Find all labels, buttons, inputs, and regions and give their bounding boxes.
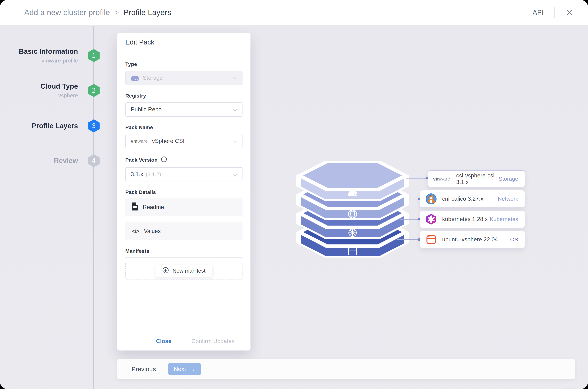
type-select[interactable]: Storage (125, 71, 243, 85)
readme-doc-icon (132, 202, 138, 212)
next-button-label: Next (174, 366, 186, 372)
pack-version-label: Pack Version (125, 156, 243, 164)
layer-card-network[interactable]: cni-calico 3.27.x Network (420, 190, 525, 207)
layer-tag: Storage (499, 176, 518, 182)
breadcrumb-parent[interactable]: Add a new cluster profile (24, 8, 110, 17)
registry-label: Registry (125, 93, 243, 99)
chevron-down-icon (233, 173, 237, 177)
chevron-down-icon (233, 77, 237, 81)
step-title: Cloud Type (9, 82, 78, 90)
vmware-logo: vmware (131, 139, 148, 144)
calico-cat-icon (425, 193, 437, 205)
panel-footer: Close Confirm Updates (117, 332, 251, 351)
connector-network (400, 199, 420, 199)
close-button[interactable]: Close (156, 338, 171, 345)
profile-layer-stack[interactable] (296, 161, 409, 259)
layer-card-os[interactable]: ubuntu-vsphere 22.04 OS (420, 231, 525, 248)
manifests-dropzone: New manifest (125, 262, 243, 280)
layer-tag: Network (498, 196, 518, 202)
next-button[interactable]: Next → (168, 363, 201, 375)
background-line (251, 279, 308, 279)
type-label: Type (125, 61, 243, 67)
step-basic-information[interactable]: Basic Information vmware-profile (9, 48, 78, 64)
chevron-down-icon (233, 140, 237, 144)
layer-card-storage[interactable]: vmware csi-vsphere-csi 3.1.x Storage (428, 170, 525, 187)
storage-drive-icon (131, 74, 139, 82)
wizard-footer-bar: Previous Next → (117, 359, 575, 379)
connector-os (397, 239, 420, 240)
close-icon[interactable] (565, 8, 573, 17)
new-manifest-button[interactable]: New manifest (155, 265, 212, 277)
values-row[interactable]: </> Values (125, 222, 243, 240)
layer-name: kubernetes 1.28.x (442, 216, 488, 223)
code-icon: </> (132, 228, 139, 234)
confirm-updates-button[interactable]: Confirm Updates (192, 338, 234, 345)
type-value: Storage (143, 75, 163, 81)
step-title: Profile Layers (9, 122, 78, 130)
step-profile-layers[interactable]: Profile Layers (9, 122, 78, 130)
step-title: Basic Information (9, 48, 78, 55)
layer-name: ubuntu-vsphere 22.04 (442, 236, 498, 243)
stack-layer-storage (296, 161, 409, 201)
connector-storage (406, 178, 428, 179)
step-title: Review (9, 157, 78, 165)
breadcrumb-current: Profile Layers (123, 8, 171, 17)
step-badge-3[interactable]: 3 (88, 119, 100, 132)
layer-tag: OS (510, 236, 518, 243)
step-subtitle: vsphere (9, 93, 78, 98)
pack-name-value: vSphere CSI (152, 138, 184, 144)
main-area: Basic Information vmware-profile 1 Cloud… (0, 26, 588, 389)
pack-name-label: Pack Name (125, 125, 243, 130)
pack-name-select[interactable]: vmware vSphere CSI (125, 134, 243, 148)
stepper-timeline (93, 26, 94, 389)
arrow-right-icon: → (189, 366, 196, 372)
layer-name: csi-vsphere-csi 3.1.x (456, 172, 499, 185)
manifests-label: Manifests (125, 248, 243, 254)
info-icon[interactable] (161, 156, 167, 164)
chevron-down-icon (233, 109, 237, 112)
registry-select[interactable]: Public Repo (125, 102, 243, 117)
manifests-divider (125, 257, 243, 258)
step-subtitle: vmware-profile (9, 58, 78, 64)
layer-tag: Kubernetes (490, 216, 518, 222)
connector-kubernetes (400, 219, 420, 220)
vmware-logo: vmware (433, 176, 450, 182)
previous-button[interactable]: Previous (132, 366, 156, 373)
readme-label: Readme (143, 204, 164, 210)
top-bar: Add a new cluster profile > Profile Laye… (0, 0, 588, 25)
step-badge-2[interactable]: 2 (88, 84, 100, 97)
registry-value: Public Repo (131, 106, 162, 113)
pack-version-value: 3.1.x (131, 171, 143, 178)
step-badge-1[interactable]: 1 (88, 49, 100, 62)
breadcrumb-separator: > (115, 9, 119, 17)
panel-title: Edit Pack (117, 33, 251, 52)
app-window: Add a new cluster profile > Profile Laye… (0, 0, 588, 389)
pack-version-select[interactable]: 3.1.x (3.1.2) (125, 167, 243, 181)
pack-version-label-text: Pack Version (125, 157, 158, 163)
edit-pack-panel: Edit Pack Type Storage Registry Public R… (117, 33, 251, 351)
values-label: Values (144, 228, 161, 234)
step-cloud-type[interactable]: Cloud Type vsphere (9, 82, 78, 98)
layer-name: cni-calico 3.27.x (442, 195, 483, 202)
step-badge-4[interactable]: 4 (88, 154, 100, 167)
plus-circle-icon (162, 267, 169, 275)
readme-row[interactable]: Readme (125, 198, 243, 216)
layer-card-kubernetes[interactable]: kubernetes 1.28.x Kubernetes (420, 211, 525, 228)
pack-details-label: Pack Details (125, 190, 243, 195)
step-review[interactable]: Review (9, 157, 78, 165)
api-button[interactable]: API (533, 9, 544, 16)
topbar-divider (554, 7, 555, 18)
new-manifest-label: New manifest (172, 268, 205, 274)
os-window-icon (425, 234, 437, 245)
kubernetes-icon (425, 213, 437, 225)
pack-version-detail: (3.1.2) (146, 171, 161, 177)
